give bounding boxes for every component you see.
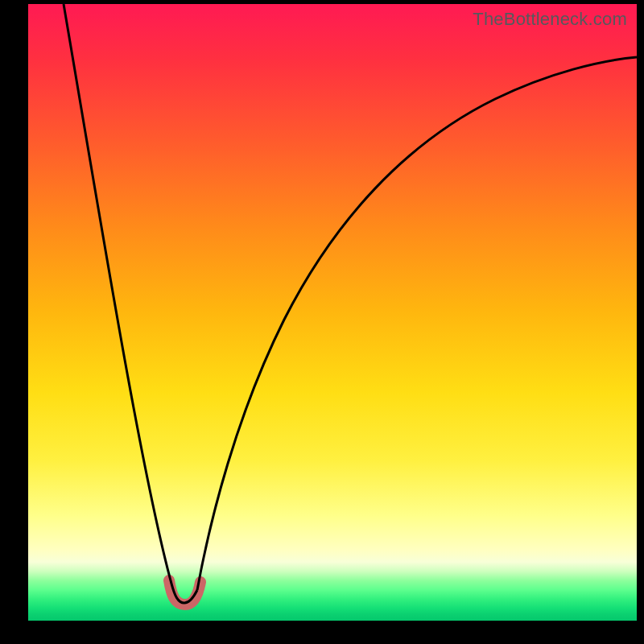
right-curve-path — [197, 57, 637, 590]
left-curve-path — [64, 4, 197, 603]
chart-plot-area: TheBottleneck.com — [28, 4, 637, 621]
chart-curves-svg — [28, 4, 637, 621]
